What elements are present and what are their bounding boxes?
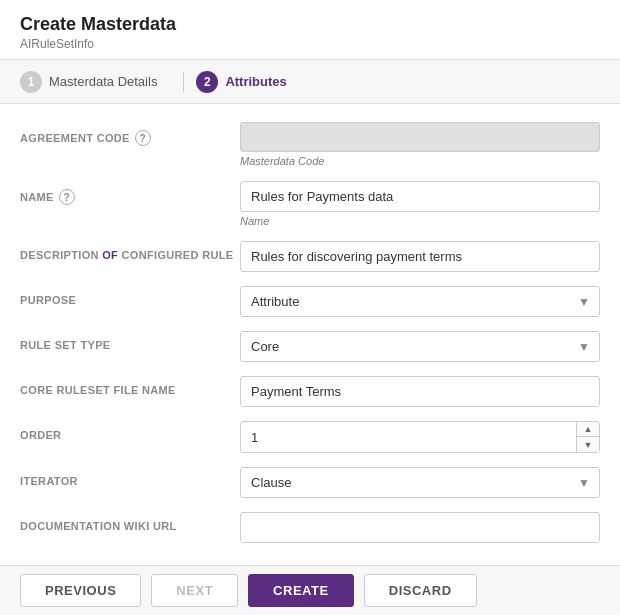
discard-button[interactable]: DISCARD	[364, 574, 477, 607]
rule-set-type-select-wrapper: Core Custom ▼	[240, 331, 600, 362]
agreement-code-hint: Masterdata Code	[240, 155, 600, 167]
documentation-wiki-input[interactable]	[240, 512, 600, 543]
tabs-bar: 1 Masterdata Details 2 Attributes	[0, 60, 620, 104]
description-field	[240, 241, 600, 272]
order-row: ORDER ▲ ▼	[20, 421, 600, 453]
rule-set-type-label: RULE SET TYPE	[20, 331, 240, 351]
agreement-code-field: Masterdata Code	[240, 122, 600, 167]
iterator-select-wrapper: Clause Sentence Paragraph ▼	[240, 467, 600, 498]
name-field: Name	[240, 181, 600, 227]
page-subtitle: AIRuleSetInfo	[20, 37, 600, 51]
agreement-code-disabled-input	[240, 122, 600, 152]
create-button[interactable]: CREATE	[248, 574, 354, 607]
order-decrement-button[interactable]: ▼	[577, 437, 599, 452]
form-content: AGREEMENT CODE ? Masterdata Code NAME ? …	[0, 104, 620, 565]
order-field: ▲ ▼	[240, 421, 600, 453]
name-hint: Name	[240, 215, 600, 227]
agreement-code-label: AGREEMENT CODE ?	[20, 122, 240, 146]
order-spinners: ▲ ▼	[576, 422, 599, 452]
rule-set-type-field: Core Custom ▼	[240, 331, 600, 362]
description-input[interactable]	[240, 241, 600, 272]
tab-attributes[interactable]: 2 Attributes	[196, 61, 300, 103]
purpose-select-wrapper: Attribute Classification Extraction ▼	[240, 286, 600, 317]
tab-badge-2: 2	[196, 71, 218, 93]
name-input[interactable]	[240, 181, 600, 212]
documentation-wiki-label: DOCUMENTATION WIKI URL	[20, 512, 240, 532]
order-spinner-wrapper: ▲ ▼	[240, 421, 600, 453]
tab-attributes-label: Attributes	[225, 74, 286, 89]
order-input[interactable]	[241, 423, 576, 452]
purpose-select[interactable]: Attribute Classification Extraction	[240, 286, 600, 317]
tab-masterdata-details-label: Masterdata Details	[49, 74, 157, 89]
purpose-row: PURPOSE Attribute Classification Extract…	[20, 286, 600, 317]
previous-button[interactable]: PREVIOUS	[20, 574, 141, 607]
tab-masterdata-details[interactable]: 1 Masterdata Details	[20, 61, 171, 103]
documentation-wiki-field	[240, 512, 600, 543]
description-row: DESCRIPTION OF CONFIGURED RULE	[20, 241, 600, 272]
iterator-field: Clause Sentence Paragraph ▼	[240, 467, 600, 498]
footer: PREVIOUS NEXT CREATE DISCARD	[0, 565, 620, 615]
tab-separator	[183, 72, 184, 92]
agreement-code-help-icon[interactable]: ?	[135, 130, 151, 146]
tab-badge-1: 1	[20, 71, 42, 93]
core-ruleset-row: CORE RULESET FILE NAME	[20, 376, 600, 407]
name-label: NAME ?	[20, 181, 240, 205]
page-header: Create Masterdata AIRuleSetInfo	[0, 0, 620, 60]
iterator-label: ITERATOR	[20, 467, 240, 487]
name-help-icon[interactable]: ?	[59, 189, 75, 205]
rule-set-type-select[interactable]: Core Custom	[240, 331, 600, 362]
next-button[interactable]: NEXT	[151, 574, 238, 607]
documentation-wiki-row: DOCUMENTATION WIKI URL	[20, 512, 600, 543]
core-ruleset-input[interactable]	[240, 376, 600, 407]
iterator-row: ITERATOR Clause Sentence Paragraph ▼	[20, 467, 600, 498]
core-ruleset-field	[240, 376, 600, 407]
purpose-label: PURPOSE	[20, 286, 240, 306]
purpose-field: Attribute Classification Extraction ▼	[240, 286, 600, 317]
name-row: NAME ? Name	[20, 181, 600, 227]
rule-set-type-row: RULE SET TYPE Core Custom ▼	[20, 331, 600, 362]
iterator-select[interactable]: Clause Sentence Paragraph	[240, 467, 600, 498]
order-increment-button[interactable]: ▲	[577, 422, 599, 437]
agreement-code-row: AGREEMENT CODE ? Masterdata Code	[20, 122, 600, 167]
description-label: DESCRIPTION OF CONFIGURED RULE	[20, 241, 240, 261]
core-ruleset-label: CORE RULESET FILE NAME	[20, 376, 240, 396]
order-label: ORDER	[20, 421, 240, 441]
page-title: Create Masterdata	[20, 14, 600, 35]
